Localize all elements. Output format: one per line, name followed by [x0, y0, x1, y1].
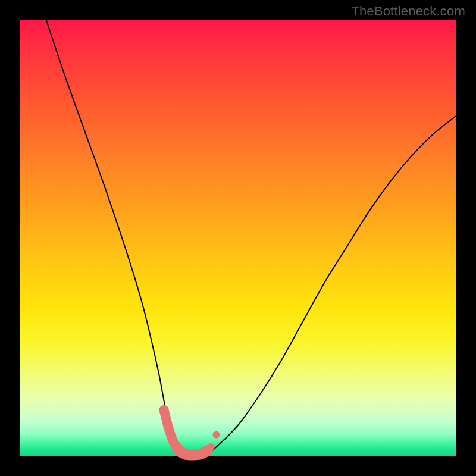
- target-range-left: [164, 410, 181, 452]
- target-marker-dot: [208, 443, 215, 450]
- target-marker-dot: [168, 436, 177, 445]
- target-marker-dot: [159, 405, 169, 415]
- curve-layer: [0, 0, 476, 476]
- bottleneck-curve: [46, 20, 456, 456]
- target-marker-dot: [212, 431, 220, 439]
- chart-frame: TheBottleneck.com: [0, 0, 476, 476]
